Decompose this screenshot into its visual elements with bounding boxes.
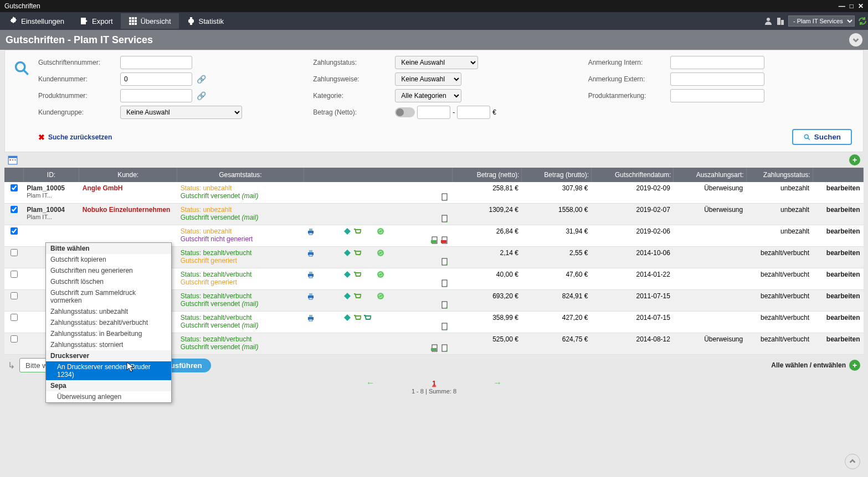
search-button[interactable]: Suchen xyxy=(792,129,852,145)
row-payout xyxy=(674,290,746,312)
row-status-2: Gutschrift versendet (mail) xyxy=(181,322,300,329)
edit-link[interactable]: bearbeiten xyxy=(826,292,860,300)
close-icon[interactable]: ✕ xyxy=(858,2,864,10)
context-menu-item[interactable]: Zahlungsstatus: bezahlt/verbucht xyxy=(46,317,171,328)
svg-rect-5 xyxy=(135,20,137,22)
input-note-intern[interactable] xyxy=(670,56,764,69)
th-date[interactable]: Gutschriftendatum: xyxy=(591,168,673,182)
page-number[interactable]: 1 xyxy=(432,380,436,387)
row-checkbox[interactable] xyxy=(11,206,18,213)
context-menu-item[interactable]: Überweisung anlegen xyxy=(46,391,171,400)
input-amount-from[interactable] xyxy=(417,106,450,119)
edit-link[interactable]: bearbeiten xyxy=(826,227,860,235)
th-paystatus[interactable]: Zahlungsstatus: xyxy=(746,168,813,182)
row-checkbox[interactable] xyxy=(11,335,18,343)
input-product-note[interactable] xyxy=(670,89,764,102)
window-title: Gutschriften xyxy=(4,2,40,10)
th-payout[interactable]: Auszahlungsart: xyxy=(674,168,746,182)
menu-overview[interactable]: Übersicht xyxy=(121,13,179,29)
input-note-extern[interactable] xyxy=(670,72,764,86)
select-payment-method[interactable]: Keine Auswahl xyxy=(395,72,461,86)
context-menu-header: Sepa xyxy=(46,380,171,391)
row-date: 2014-01-22 xyxy=(591,268,673,290)
menu-export[interactable]: Export xyxy=(72,13,121,29)
add-button[interactable]: + xyxy=(849,154,860,165)
svg-rect-48 xyxy=(309,319,312,321)
refresh-icon[interactable] xyxy=(858,17,867,25)
link-icon[interactable]: 🔗 xyxy=(197,75,206,84)
context-menu-item[interactable]: Zahlungsstatus: unbezahlt xyxy=(46,306,171,317)
row-payout xyxy=(674,247,746,268)
org-selector[interactable]: - Plam IT Services xyxy=(788,15,855,27)
th-net[interactable]: Betrag (netto): xyxy=(452,168,522,182)
collapse-search-button[interactable] xyxy=(849,33,862,46)
edit-link[interactable]: bearbeiten xyxy=(826,314,860,322)
context-menu-item[interactable]: Gutschrift kopieren xyxy=(46,254,171,265)
amount-toggle[interactable] xyxy=(395,107,415,117)
calendar-icon[interactable] xyxy=(8,155,18,165)
prev-page-icon[interactable]: ← xyxy=(311,378,430,387)
input-amount-to[interactable] xyxy=(457,106,490,119)
row-status-1: Status: bezahlt/verbucht xyxy=(181,292,300,300)
context-menu-item[interactable]: Gutschrift zum Sammeldruck vormerken xyxy=(46,287,171,306)
input-product-number[interactable] xyxy=(120,89,192,102)
th-customer[interactable]: Kunde: xyxy=(79,168,177,182)
svg-rect-30 xyxy=(441,240,446,243)
select-customer-group[interactable]: Keine Auswahl xyxy=(120,106,242,119)
dash: - xyxy=(453,108,455,116)
row-gross: 427,20 € xyxy=(522,312,592,333)
edit-link[interactable]: bearbeiten xyxy=(826,206,860,214)
svg-point-44 xyxy=(377,293,384,299)
reset-search-link[interactable]: ✖ Suche zurücksetzen xyxy=(38,133,112,142)
th-status[interactable]: Gesamtstatus: xyxy=(177,168,304,182)
select-payment-status[interactable]: Keine Auswahl xyxy=(395,56,478,69)
row-checkbox[interactable] xyxy=(11,292,18,299)
minimize-icon[interactable]: — xyxy=(839,2,845,10)
row-net: 2,14 € xyxy=(452,247,522,268)
svg-rect-8 xyxy=(135,23,137,25)
svg-rect-4 xyxy=(132,20,134,22)
row-net: 40,00 € xyxy=(452,268,522,290)
edit-link[interactable]: bearbeiten xyxy=(826,335,860,343)
svg-rect-37 xyxy=(309,272,312,274)
row-customer[interactable]: Nobuko Einzelunternehmen xyxy=(83,206,171,214)
row-checkbox[interactable] xyxy=(11,314,18,321)
grid-icon xyxy=(129,17,137,25)
th-gross[interactable]: Betrag (brutto): xyxy=(522,168,592,182)
row-checkbox[interactable] xyxy=(11,249,18,256)
context-menu-item[interactable]: Zahlungsstatus: storniert xyxy=(46,339,171,350)
row-checkbox[interactable] xyxy=(11,184,18,191)
context-menu-item[interactable]: Gutschriften neu generieren xyxy=(46,265,171,276)
link-icon[interactable]: 🔗 xyxy=(197,91,206,100)
row-date: 2019-02-06 xyxy=(591,225,673,247)
edit-link[interactable]: bearbeiten xyxy=(826,184,860,192)
row-date: 2019-02-07 xyxy=(591,204,673,225)
maximize-icon[interactable]: □ xyxy=(850,2,854,10)
row-paystatus: unbezahlt xyxy=(746,225,813,247)
row-gross: 307,98 € xyxy=(522,182,592,204)
building-icon[interactable] xyxy=(776,17,785,25)
svg-rect-28 xyxy=(431,240,436,243)
x-icon: ✖ xyxy=(38,133,45,142)
input-credit-number[interactable] xyxy=(120,56,192,69)
th-id[interactable]: ID: xyxy=(23,168,79,182)
add-button[interactable]: + xyxy=(849,360,860,371)
row-status-1: Status: bezahlt/verbucht xyxy=(181,249,300,257)
next-page-icon[interactable]: → xyxy=(438,378,557,387)
menu-statistics[interactable]: Statistik xyxy=(179,13,232,29)
row-checkbox[interactable] xyxy=(11,271,18,278)
input-customer-number[interactable] xyxy=(120,72,192,86)
menubar: Einstellungen Export Übersicht Statistik… xyxy=(0,12,868,30)
user-icon[interactable] xyxy=(764,17,773,25)
context-menu-item[interactable]: Gutschrift löschen xyxy=(46,276,171,287)
row-customer[interactable]: Angle GmbH xyxy=(83,184,123,192)
svg-rect-35 xyxy=(442,258,447,265)
context-menu-item[interactable]: Zahlungsstatus: in Bearbeitung xyxy=(46,328,171,339)
context-menu-item[interactable]: An Druckserver senden (Bruder 1234) xyxy=(46,361,171,380)
select-all-link[interactable]: Alle wählen / entwählen + xyxy=(771,360,860,371)
edit-link[interactable]: bearbeiten xyxy=(826,271,860,278)
select-category[interactable]: Alle Kategorien xyxy=(395,89,461,102)
row-checkbox[interactable] xyxy=(11,227,18,235)
edit-link[interactable]: bearbeiten xyxy=(826,249,860,257)
menu-settings[interactable]: Einstellungen xyxy=(1,13,72,29)
